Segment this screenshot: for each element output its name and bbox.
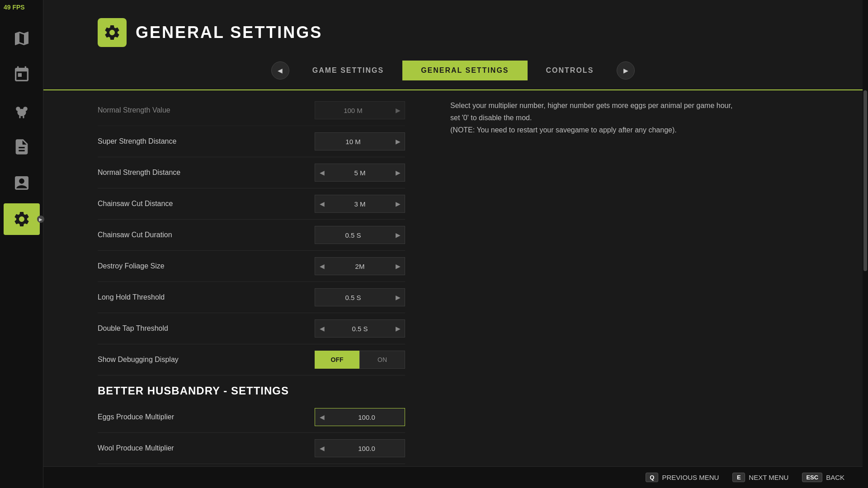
value-control-double-tap-threshold[interactable]: ◀ 0.5 S ▶ — [315, 319, 405, 338]
tab-controls[interactable]: CONTROLS — [528, 61, 613, 80]
header: GENERAL SETTINGS — [43, 0, 863, 56]
sidebar-item-tasks[interactable] — [4, 131, 40, 163]
svg-rect-3 — [19, 115, 20, 118]
sidebar-item-production[interactable] — [4, 167, 40, 199]
value-right-arrow-ccd[interactable]: ▶ — [391, 195, 405, 213]
value-control-long-hold-threshold[interactable]: 0.5 S ▶ — [315, 288, 405, 306]
toggle-on-button[interactable]: ON — [359, 351, 405, 369]
settings-icon — [13, 210, 31, 228]
setting-row-wool-produce-multiplier: Wool Produce Multiplier ◀ 100.0 — [98, 433, 405, 464]
value-display-lht: 0.5 S — [315, 294, 391, 301]
value-control-destroy-foliage-size[interactable]: ◀ 2M ▶ — [315, 257, 405, 275]
nav-tabs: ◀ GAME SETTINGS GENERAL SETTINGS CONTROL… — [43, 56, 863, 90]
sidebar-item-settings[interactable]: ▶ — [4, 203, 40, 235]
setting-row-long-hold-threshold: Long Hold Threshold 0.5 S ▶ — [98, 282, 405, 313]
header-gear-icon — [103, 23, 121, 42]
value-display-wpm: 100.0 — [329, 445, 405, 452]
setting-control-double-tap-threshold: ◀ 0.5 S ▶ — [315, 319, 405, 338]
back-label: BACK — [826, 474, 844, 481]
setting-label-eggs-produce-multiplier: Eggs Produce Multiplier — [98, 413, 174, 421]
setting-row-destroy-foliage-size: Destroy Foliage Size ◀ 2M ▶ — [98, 251, 405, 282]
value-left-arrow-epm[interactable]: ◀ — [315, 408, 329, 426]
value-control-normal-strength-value[interactable]: 100 M ▶ — [315, 101, 405, 119]
value-right-arrow-nsd[interactable]: ▶ — [391, 164, 405, 182]
setting-row-chainsaw-cut-duration: Chainsaw Cut Duration 0.5 S ▶ — [98, 220, 405, 251]
value-left-arrow-wpm[interactable]: ◀ — [315, 439, 329, 457]
value-control-chainsaw-cut-distance[interactable]: ◀ 3 M ▶ — [315, 195, 405, 213]
fps-counter: 49 FPS — [4, 4, 25, 11]
production-icon — [13, 174, 31, 192]
svg-point-2 — [23, 107, 28, 111]
value-right-arrow-lht[interactable]: ▶ — [391, 288, 405, 306]
setting-row-super-strength-distance: Super Strength Distance 10 M ▶ — [98, 126, 405, 157]
setting-row-normal-strength-distance: Normal Strength Distance ◀ 5 M ▶ — [98, 157, 405, 188]
sidebar-item-calendar[interactable] — [4, 59, 40, 90]
calendar-icon — [13, 66, 31, 84]
value-display-ccdu: 0.5 S — [315, 231, 391, 239]
value-control-super-strength-distance[interactable]: 10 M ▶ — [315, 132, 405, 150]
setting-row-show-debugging-display: Show Debugging Display OFF ON — [98, 344, 405, 375]
setting-label-normal-strength-distance: Normal Strength Distance — [98, 169, 180, 177]
setting-label-chainsaw-cut-duration: Chainsaw Cut Duration — [98, 231, 172, 239]
setting-control-long-hold-threshold: 0.5 S ▶ — [315, 288, 405, 306]
setting-label-normal-strength-value: Normal Strength Value — [98, 106, 170, 114]
value-right-arrow-super[interactable]: ▶ — [391, 132, 405, 150]
tab-prev-arrow[interactable]: ◀ — [271, 61, 289, 80]
setting-label-super-strength-distance: Super Strength Distance — [98, 137, 176, 145]
section-header-husbandry: BETTER HUSBANDRY - SETTINGS — [98, 375, 405, 402]
next-menu-action[interactable]: E NEXT MENU — [732, 473, 788, 482]
value-display: 100 M — [315, 107, 391, 114]
value-display-ccd: 3 M — [329, 200, 391, 208]
esc-key-badge: ESC — [802, 473, 822, 482]
prev-menu-action[interactable]: Q PREVIOUS MENU — [646, 473, 719, 482]
info-panel: Select your multiplier number, higher nu… — [432, 90, 863, 488]
setting-label-show-debugging-display: Show Debugging Display — [98, 356, 179, 364]
value-left-arrow-nsd[interactable]: ◀ — [315, 164, 329, 182]
scrollbar-thumb[interactable] — [863, 90, 867, 271]
value-right-arrow[interactable]: ▶ — [391, 101, 405, 119]
setting-label-long-hold-threshold: Long Hold Threshold — [98, 293, 165, 301]
sidebar: ▶ — [0, 0, 43, 488]
svg-point-1 — [16, 107, 20, 111]
info-text-line1: Select your multiplier number, higher nu… — [450, 99, 844, 112]
setting-label-double-tap-threshold: Double Tap Threshold — [98, 324, 168, 333]
header-icon — [98, 18, 127, 47]
setting-control-normal-strength-value: 100 M ▶ — [315, 101, 405, 119]
value-right-arrow-ccdu[interactable]: ▶ — [391, 226, 405, 244]
scrollbar[interactable] — [863, 0, 868, 488]
value-left-arrow-dtt[interactable]: ◀ — [315, 319, 329, 338]
value-right-arrow-dfs[interactable]: ▶ — [391, 257, 405, 275]
content-area: Normal Strength Value 100 M ▶ Super Stre… — [43, 90, 863, 488]
setting-row-chainsaw-cut-distance: Chainsaw Cut Distance ◀ 3 M ▶ — [98, 188, 405, 220]
q-key-badge: Q — [646, 473, 658, 482]
value-control-wool-produce-multiplier[interactable]: ◀ 100.0 — [315, 439, 405, 457]
value-left-arrow-dfs[interactable]: ◀ — [315, 257, 329, 275]
value-right-arrow-dtt[interactable]: ▶ — [391, 319, 405, 338]
info-text-line3: (NOTE: You need to restart your savegame… — [450, 124, 844, 136]
toggle-debugging-display[interactable]: OFF ON — [315, 351, 405, 369]
sidebar-item-map[interactable] — [4, 23, 40, 54]
map-icon — [13, 29, 31, 47]
setting-control-eggs-produce-multiplier: ◀ 100.0 — [315, 408, 405, 426]
setting-label-chainsaw-cut-distance: Chainsaw Cut Distance — [98, 200, 173, 208]
back-action[interactable]: ESC BACK — [802, 473, 844, 482]
toggle-off-button[interactable]: OFF — [315, 351, 359, 369]
setting-control-wool-produce-multiplier: ◀ 100.0 — [315, 439, 405, 457]
value-control-normal-strength-distance[interactable]: ◀ 5 M ▶ — [315, 164, 405, 182]
setting-label-destroy-foliage-size: Destroy Foliage Size — [98, 262, 165, 270]
sidebar-item-animals[interactable] — [4, 95, 40, 127]
next-menu-label: NEXT MENU — [749, 474, 788, 481]
tab-game-settings[interactable]: GAME SETTINGS — [294, 61, 402, 80]
setting-control-normal-strength-distance: ◀ 5 M ▶ — [315, 164, 405, 182]
tab-next-arrow[interactable]: ▶ — [617, 61, 635, 80]
value-control-chainsaw-cut-duration[interactable]: 0.5 S ▶ — [315, 226, 405, 244]
animals-icon — [13, 102, 31, 120]
svg-rect-4 — [23, 115, 24, 118]
tab-general-settings[interactable]: GENERAL SETTINGS — [402, 61, 527, 80]
prev-menu-label: PREVIOUS MENU — [662, 474, 719, 481]
value-control-eggs-produce-multiplier[interactable]: ◀ 100.0 — [315, 408, 405, 426]
value-left-arrow-ccd[interactable]: ◀ — [315, 195, 329, 213]
e-key-badge: E — [732, 473, 745, 482]
setting-row-eggs-produce-multiplier: Eggs Produce Multiplier ◀ 100.0 — [98, 402, 405, 433]
value-display-dtt: 0.5 S — [329, 325, 391, 333]
